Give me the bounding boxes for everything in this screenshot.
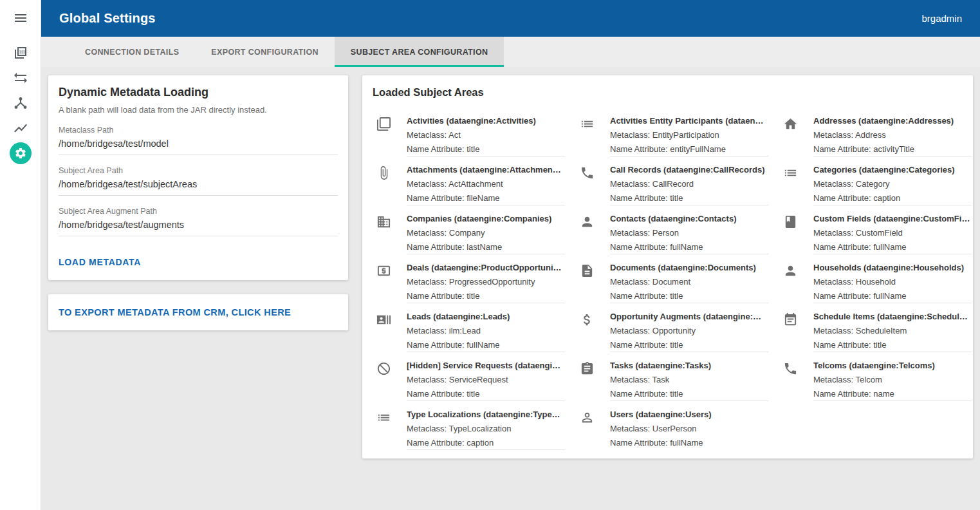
sidebar-item-transfer[interactable] bbox=[10, 67, 32, 89]
main-content: Dynamic Metadata Loading A blank path wi… bbox=[41, 67, 980, 510]
tab-connection-details[interactable]: CONNECTION DETAILS bbox=[69, 37, 195, 67]
subject-area-title: Companies (dataengine:Companies) bbox=[407, 214, 565, 223]
name-attribute-label: Name Attribute: bbox=[407, 144, 465, 154]
name-attribute-value: caption bbox=[467, 438, 494, 448]
subject-area-item-companies: Companies (dataengine:Companies) Metacla… bbox=[372, 209, 575, 258]
subject-area-item-deals: Deals (dataengine:ProductOpportuni… Meta… bbox=[372, 258, 575, 307]
metaclass-value: Act bbox=[448, 130, 461, 140]
subject-area-name-attribute: Name Attribute: title bbox=[407, 144, 565, 154]
subject-area-metaclass: Metaclass: Household bbox=[813, 277, 972, 287]
sidebar-item-tables[interactable] bbox=[10, 42, 32, 64]
left-column: Dynamic Metadata Loading A blank path wi… bbox=[48, 75, 348, 330]
subject-area-item-opportunity-augments: Opportunity Augments (dataengine:… Metac… bbox=[575, 307, 779, 356]
name-attribute-value: lastName bbox=[467, 242, 502, 252]
subject-area-title: Opportunity Augments (dataengine:… bbox=[610, 312, 768, 321]
metaclass-value: ServiceRequest bbox=[449, 375, 508, 384]
metaclass-value: Address bbox=[855, 130, 886, 140]
subject-area-title: Documents (dataengine:Documents) bbox=[610, 263, 768, 272]
subject-area-title: Schedule Items (dataengine:Schedul… bbox=[813, 312, 972, 321]
metaclass-value: ScheduleItem bbox=[856, 326, 907, 335]
subject-area-metaclass: Metaclass: EntityParticipation bbox=[610, 130, 768, 140]
subject-area-name-attribute: Name Attribute: activityTitle bbox=[813, 144, 972, 154]
subject-area-name-attribute: Name Attribute: fileName bbox=[407, 193, 565, 203]
subject-area-title: Call Records (dataengine:CallRecords) bbox=[610, 165, 768, 175]
hamburger-menu-button[interactable] bbox=[13, 10, 28, 26]
subject-area-item-addresses: Addresses (dataengine:Addresses) Metacla… bbox=[779, 111, 973, 160]
subject-area-item-leads: Leads (dataengine:Leads) Metaclass: ilm:… bbox=[372, 307, 575, 356]
name-attribute-value: caption bbox=[873, 193, 900, 203]
subject-area-name-attribute: Name Attribute: entityFullName bbox=[610, 144, 768, 154]
subject-area-title: Attachments (dataengine:Attachmen… bbox=[407, 165, 565, 175]
metaclass-label: Metaclass: bbox=[813, 375, 853, 384]
subject-area-title: Activities (dataengine:Activities) bbox=[407, 116, 565, 126]
subject-area-name-attribute: Name Attribute: caption bbox=[813, 193, 972, 203]
username-label: brgadmin bbox=[921, 13, 962, 24]
path-input[interactable] bbox=[59, 220, 338, 236]
field-subject-area-path: Subject Area Path bbox=[59, 166, 338, 196]
tab-subject-area-configuration[interactable]: SUBJECT AREA CONFIGURATION bbox=[335, 37, 504, 67]
sidebar-item-hierarchy[interactable] bbox=[10, 92, 32, 114]
name-attribute-label: Name Attribute: bbox=[407, 242, 465, 252]
metaclass-label: Metaclass: bbox=[407, 179, 447, 189]
subject-area-name-attribute: Name Attribute: fullName bbox=[610, 242, 768, 252]
subject-area-metaclass: Metaclass: CallRecord bbox=[610, 179, 768, 189]
name-attribute-value: title bbox=[467, 389, 479, 399]
sidebar-item-settings[interactable] bbox=[10, 142, 32, 164]
name-attribute-value: fullName bbox=[467, 340, 499, 350]
metaclass-value: TypeLocalization bbox=[449, 424, 512, 433]
name-attribute-label: Name Attribute: bbox=[610, 242, 668, 252]
metaclass-label: Metaclass: bbox=[610, 130, 650, 140]
phone-icon bbox=[580, 165, 610, 180]
subject-area-item-attachments: Attachments (dataengine:Attachmen… Metac… bbox=[372, 160, 575, 209]
metaclass-value: Telcom bbox=[856, 375, 882, 384]
building-icon bbox=[376, 214, 407, 229]
subject-area-metaclass: Metaclass: Category bbox=[813, 179, 972, 189]
subject-area-metaclass: Metaclass: Task bbox=[610, 375, 768, 384]
person-outline-icon bbox=[580, 410, 610, 425]
name-attribute-value: name bbox=[873, 389, 894, 399]
subject-area-item-categories: Categories (dataengine:Categories) Metac… bbox=[779, 160, 973, 209]
metaclass-value: Company bbox=[449, 228, 485, 238]
subject-area-name-attribute: Name Attribute: title bbox=[610, 291, 768, 301]
subject-area-name-attribute: Name Attribute: fullName bbox=[813, 242, 972, 252]
subject-area-item-tasks: Tasks (dataengine:Tasks) Metaclass: Task… bbox=[575, 356, 779, 405]
metaclass-label: Metaclass: bbox=[610, 179, 650, 189]
grid-copy-icon bbox=[13, 45, 28, 61]
calendar-icon bbox=[783, 312, 813, 327]
export-metadata-link[interactable]: TO EXPORT METADATA FROM CRM, CLICK HERE bbox=[59, 307, 291, 317]
field-label: Subject Area Path bbox=[59, 166, 338, 175]
name-attribute-value: title bbox=[467, 291, 479, 301]
name-attribute-value: title bbox=[467, 144, 479, 154]
sidebar-item-analytics[interactable] bbox=[10, 117, 32, 139]
page-title: Global Settings bbox=[59, 11, 156, 26]
subject-area-name-attribute: Name Attribute: fullName bbox=[407, 340, 565, 350]
name-attribute-label: Name Attribute: bbox=[407, 389, 465, 399]
hub-icon bbox=[13, 95, 28, 111]
path-input[interactable] bbox=[59, 179, 338, 196]
name-attribute-label: Name Attribute: bbox=[813, 340, 871, 350]
name-attribute-label: Name Attribute: bbox=[610, 389, 668, 399]
subject-area-metaclass: Metaclass: TypeLocalization bbox=[407, 424, 565, 433]
metaclass-value: ProgressedOpportunity bbox=[449, 277, 535, 287]
path-input[interactable] bbox=[59, 138, 338, 155]
field-label: Metaclass Path bbox=[59, 126, 338, 135]
list-icon bbox=[783, 165, 813, 180]
paperclip-icon bbox=[376, 165, 407, 180]
subject-area-item-activities: Activities (dataengine:Activities) Metac… bbox=[372, 111, 575, 160]
subject-area-title: Users (dataengine:Users) bbox=[610, 410, 768, 419]
load-metadata-button[interactable]: LOAD METADATA bbox=[59, 256, 141, 269]
card-title: Dynamic Metadata Loading bbox=[59, 86, 338, 99]
sidebar bbox=[0, 0, 41, 510]
dynamic-metadata-card: Dynamic Metadata Loading A blank path wi… bbox=[48, 75, 348, 280]
subject-area-metaclass: Metaclass: Act bbox=[407, 130, 565, 140]
tab-export-configuration[interactable]: EXPORT CONFIGURATION bbox=[195, 37, 335, 67]
dollar-icon bbox=[580, 312, 610, 327]
subject-area-title: Households (dataengine:Households) bbox=[813, 263, 972, 272]
list-icon bbox=[580, 117, 610, 131]
name-attribute-value: activityTitle bbox=[873, 144, 914, 154]
subject-area-name-attribute: Name Attribute: fullName bbox=[813, 291, 972, 301]
name-attribute-label: Name Attribute: bbox=[610, 438, 668, 448]
subject-area-metaclass: Metaclass: Company bbox=[407, 228, 565, 238]
contact-card-icon bbox=[376, 312, 407, 327]
subject-area-title: Activities Entity Participants (dataen… bbox=[610, 116, 768, 126]
